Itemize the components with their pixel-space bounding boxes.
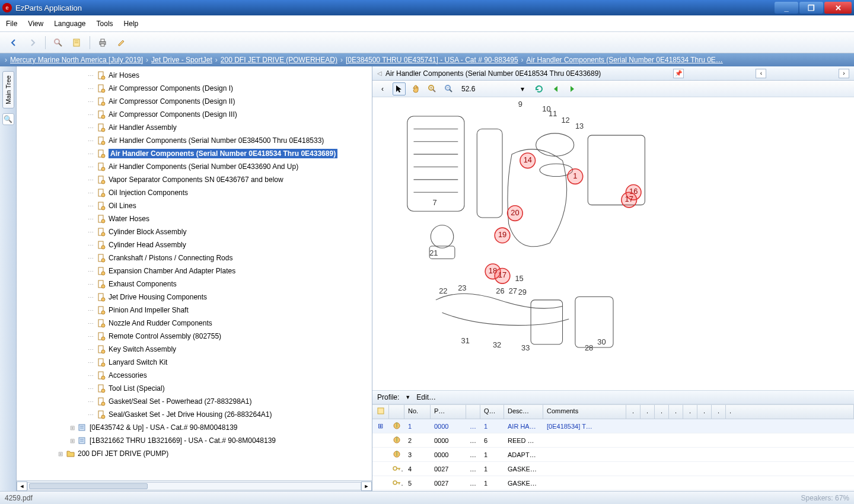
nav-forward-button[interactable]	[25, 35, 40, 50]
breadcrumb: › Mercury Marine North America [July 201…	[0, 53, 854, 66]
menu-file[interactable]: File	[6, 20, 17, 28]
breadcrumb-root[interactable]: Mercury Marine North America [July 2019]	[10, 56, 143, 64]
breadcrumb-1[interactable]: Jet Drive - SportJet	[151, 56, 212, 64]
window-title: EzParts Application	[15, 4, 775, 12]
nav-back-button[interactable]	[6, 35, 21, 50]
search-button[interactable]	[50, 35, 66, 50]
menu-tools[interactable]: Tools	[97, 20, 113, 28]
svg-point-0	[55, 39, 59, 44]
window-minimize-button[interactable]: _	[775, 2, 798, 14]
svg-line-1	[59, 43, 62, 46]
window-maximize-button[interactable]: ❐	[799, 2, 823, 14]
svg-rect-7	[101, 44, 104, 46]
main-toolbar	[0, 32, 854, 53]
menubar: File View Language Tools Help	[0, 15, 854, 32]
window-close-button[interactable]: ✕	[824, 2, 852, 14]
menu-language[interactable]: Language	[54, 20, 85, 28]
app-icon: e	[2, 3, 12, 12]
notes-button[interactable]	[69, 35, 85, 50]
toolbar-separator	[45, 36, 46, 49]
toolbar-separator	[90, 36, 90, 49]
menu-help[interactable]: Help	[124, 20, 139, 28]
breadcrumb-current[interactable]: Air Handler Components (Serial Number 0E…	[527, 56, 723, 64]
print-button[interactable]	[95, 35, 110, 50]
svg-rect-6	[101, 39, 104, 42]
breadcrumb-2[interactable]: 200 DFI JET DRIVE (POWERHEAD)	[221, 56, 337, 64]
menu-view[interactable]: View	[28, 20, 43, 28]
breadcrumb-3[interactable]: [0E384500 THRU 0E435741] - USA - Cat # 9…	[346, 56, 518, 64]
window-titlebar: e EzParts Application _ ❐ ✕	[0, 0, 854, 15]
edit-button[interactable]	[114, 35, 129, 50]
